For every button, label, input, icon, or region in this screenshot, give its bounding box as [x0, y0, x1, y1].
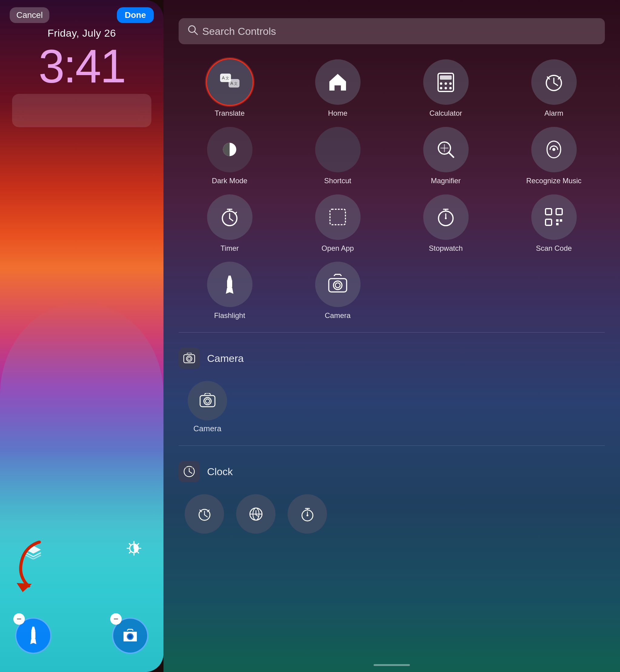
svg-point-31 — [449, 87, 452, 89]
clock-world-sub[interactable] — [236, 494, 275, 534]
alarm-label: Alarm — [544, 109, 563, 118]
svg-point-29 — [440, 87, 442, 89]
notification-area — [12, 94, 151, 127]
search-placeholder: Search Controls — [202, 26, 276, 37]
camera-control[interactable]: − — [112, 618, 148, 654]
camera-sub-label: Camera — [194, 424, 221, 433]
svg-line-78 — [204, 515, 207, 517]
minus-badge-camera[interactable]: − — [110, 613, 122, 625]
svg-point-67 — [188, 357, 191, 361]
translate-label: Translate — [215, 109, 245, 118]
alarm-icon — [531, 59, 577, 105]
svg-line-39 — [449, 152, 454, 157]
open-app-label: Open App — [321, 244, 354, 253]
svg-point-88 — [306, 515, 308, 516]
home-label: Home — [328, 109, 347, 118]
controls-grid: A 文 A 文 Translate Home — [178, 59, 605, 320]
divider-1 — [178, 332, 605, 333]
svg-point-27 — [445, 82, 447, 85]
svg-point-63 — [333, 281, 342, 290]
scan-code-icon — [531, 194, 577, 240]
control-home[interactable]: Home — [287, 59, 389, 118]
timer-label: Timer — [220, 244, 239, 253]
svg-text:A: A — [230, 81, 234, 86]
control-dark-mode[interactable]: Dark Mode — [178, 127, 280, 185]
clock-section-label: Clock — [207, 466, 233, 478]
shortcut-icon — [315, 127, 361, 172]
done-button[interactable]: Done — [117, 7, 154, 23]
control-scan-code[interactable]: Scan Code — [503, 194, 605, 253]
svg-line-10 — [129, 552, 131, 553]
svg-text:文: 文 — [225, 76, 229, 80]
svg-point-64 — [335, 283, 340, 288]
svg-line-17 — [195, 32, 197, 35]
camera-section-row[interactable]: Camera — [178, 342, 605, 375]
control-flashlight-right[interactable]: Flashlight — [178, 262, 280, 320]
control-stopwatch[interactable]: Stopwatch — [395, 194, 497, 253]
svg-point-28 — [449, 82, 452, 85]
svg-rect-12 — [31, 631, 36, 639]
svg-line-34 — [554, 83, 558, 85]
svg-rect-58 — [556, 219, 559, 222]
scroll-indicator — [373, 664, 410, 666]
control-magnifier[interactable]: Magnifier — [395, 127, 497, 185]
calculator-label: Calculator — [429, 109, 462, 118]
svg-rect-59 — [560, 219, 562, 222]
svg-text:A: A — [222, 76, 225, 80]
svg-rect-56 — [556, 209, 562, 215]
search-icon — [188, 25, 198, 38]
svg-point-66 — [187, 356, 192, 362]
camera-sub-item[interactable]: Camera — [188, 381, 227, 433]
clock-timer-sub[interactable] — [288, 494, 327, 534]
search-bar[interactable]: Search Controls — [178, 18, 605, 44]
svg-rect-75 — [191, 467, 193, 469]
dark-mode-icon — [207, 127, 253, 172]
cancel-button[interactable]: Cancel — [10, 7, 49, 23]
right-panel: Search Controls A 文 A 文 Translate — [163, 0, 620, 672]
recognize-music-icon — [531, 127, 577, 172]
svg-rect-61 — [227, 280, 232, 288]
svg-point-42 — [553, 148, 556, 151]
bottom-controls: − − — [0, 618, 163, 654]
svg-line-45 — [230, 218, 233, 221]
svg-line-7 — [129, 543, 131, 545]
arrow-container — [12, 539, 48, 595]
svg-line-73 — [189, 472, 192, 473]
wave-overlay — [0, 302, 163, 672]
left-panel: Cancel Done Friday, July 26 3:41 — [0, 0, 163, 672]
flashlight-right-label: Flashlight — [214, 311, 245, 320]
top-bar: Cancel Done — [0, 7, 163, 23]
control-timer[interactable]: Timer — [178, 194, 280, 253]
control-alarm[interactable]: Alarm — [503, 59, 605, 118]
flashlight-control[interactable]: − — [15, 618, 51, 654]
magnifier-icon — [423, 127, 469, 172]
clock-alarm-sub[interactable] — [185, 494, 224, 534]
control-camera-grid[interactable]: Camera — [287, 262, 389, 320]
camera-section-icon — [178, 348, 200, 369]
camera-grid-label: Camera — [325, 311, 351, 320]
svg-rect-55 — [546, 209, 552, 215]
svg-line-48 — [235, 212, 237, 214]
clock-sub-icons — [178, 488, 605, 537]
camera-section-label: Camera — [207, 352, 244, 364]
stopwatch-icon — [423, 194, 469, 240]
control-calculator[interactable]: Calculator — [395, 59, 497, 118]
control-translate[interactable]: A 文 A 文 Translate — [178, 59, 280, 118]
scan-code-label: Scan Code — [536, 244, 572, 253]
svg-point-16 — [189, 26, 195, 33]
home-icon — [315, 59, 361, 105]
dark-mode-label: Dark Mode — [212, 177, 247, 185]
translate-icon: A 文 A 文 — [207, 59, 253, 105]
svg-point-26 — [440, 82, 442, 85]
date-label: Friday, July 26 — [0, 27, 163, 39]
control-open-app[interactable]: Open App — [287, 194, 389, 253]
control-shortcut[interactable]: Shortcut — [287, 127, 389, 185]
phone-screen: Cancel Done Friday, July 26 3:41 — [0, 0, 163, 672]
clock-section-row[interactable]: Clock — [178, 455, 605, 488]
control-recognize-music[interactable]: Recognize Music — [503, 127, 605, 185]
svg-line-9 — [138, 543, 139, 545]
svg-marker-11 — [17, 583, 32, 592]
shortcut-label: Shortcut — [324, 177, 351, 185]
minus-badge-flashlight[interactable]: − — [13, 613, 25, 625]
svg-rect-60 — [556, 223, 559, 225]
